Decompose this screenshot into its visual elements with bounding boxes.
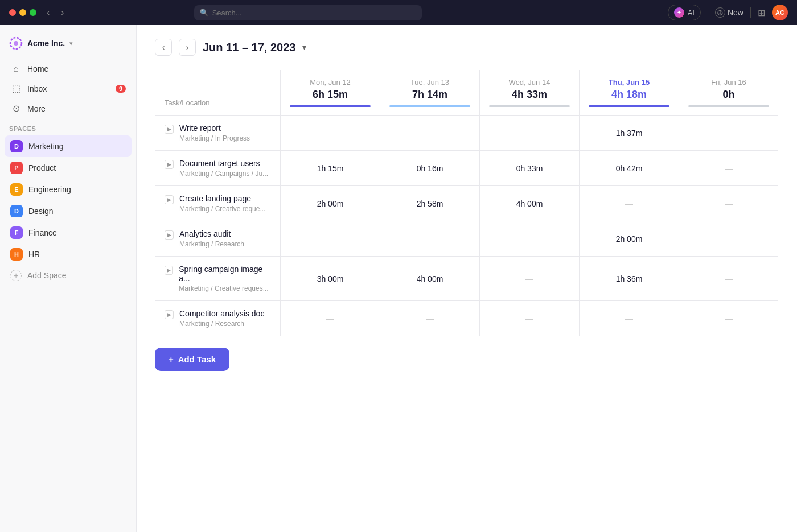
time-val-write-report-tue[interactable]: — (380, 116, 480, 151)
task-name-competitor-analysis: Competitor analysis doc (179, 309, 264, 318)
task-location-write-report: Marketing / In Progress (179, 134, 250, 142)
time-val-spring-campaign-fri[interactable]: — (679, 257, 779, 301)
time-val-document-target-users-wed: 0h 33m (480, 151, 580, 186)
task-expand-document-target-users[interactable]: ▶ (165, 160, 174, 169)
maximize-dot[interactable] (30, 9, 36, 16)
time-val-competitor-analysis-mon[interactable]: — (281, 301, 380, 336)
sidebar-item-more[interactable]: ⊙ More (5, 98, 132, 118)
time-val-document-target-users-tue: 0h 16m (380, 151, 480, 186)
add-task-icon: + (169, 354, 174, 364)
forward-button[interactable]: › (57, 6, 67, 19)
company-header[interactable]: Acme Inc. ▾ (0, 32, 136, 59)
time-val-document-target-users-mon: 1h 15m (281, 151, 380, 186)
ai-button[interactable]: ✦ AI (668, 5, 701, 20)
space-label-product: Product (28, 163, 56, 172)
next-week-button[interactable]: › (179, 39, 196, 56)
time-val-competitor-analysis-fri[interactable]: — (679, 301, 779, 336)
time-dash: — (326, 234, 334, 244)
inbox-icon: ⬚ (10, 83, 22, 94)
task-expand-write-report[interactable]: ▶ (165, 125, 174, 134)
task-expand-analytics-audit[interactable]: ▶ (165, 230, 174, 240)
topbar: ‹ › 🔍 ✦ AI ⊕ New ⊞ AC (0, 0, 797, 25)
time-val-document-target-users-fri[interactable]: — (679, 151, 779, 186)
space-item-hr[interactable]: H HR (5, 244, 132, 265)
time-val-analytics-audit-mon[interactable]: — (281, 221, 380, 257)
space-item-product[interactable]: P Product (5, 157, 132, 179)
task-cell-create-landing-page: ▶ Create landing page Marketing / Creati… (155, 186, 281, 221)
task-expand-competitor-analysis[interactable]: ▶ (165, 310, 174, 319)
time-dash: — (426, 234, 434, 244)
time-val-spring-campaign-mon: 3h 00m (281, 257, 380, 301)
table-row: ▶ Spring campaign image a... Marketing /… (155, 257, 779, 301)
time-val-competitor-analysis-wed[interactable]: — (480, 301, 580, 336)
sidebar-nav: ⌂ Home ⬚ Inbox 9 ⊙ More (0, 59, 136, 118)
time-val-analytics-audit-tue[interactable]: — (380, 221, 480, 257)
task-expand-spring-campaign[interactable]: ▶ (165, 266, 173, 275)
topbar-right: ✦ AI ⊕ New ⊞ AC (668, 5, 788, 20)
prev-week-button[interactable]: ‹ (155, 39, 172, 56)
today-indicator (589, 105, 669, 107)
space-item-marketing[interactable]: D Marketing (5, 135, 132, 157)
time-dash: — (625, 199, 633, 208)
main-layout: Acme Inc. ▾ ⌂ Home ⬚ Inbox 9 ⊙ More Spac… (0, 25, 797, 532)
company-chevron-icon: ▾ (69, 40, 73, 47)
time-dash: — (525, 129, 533, 138)
sidebar-item-home[interactable]: ⌂ Home (5, 59, 132, 79)
time-val-create-landing-page-thu[interactable]: — (580, 186, 679, 221)
col-header-mon: Mon, Jun 12 6h 15m (281, 70, 380, 116)
sidebar-item-inbox[interactable]: ⬚ Inbox 9 (5, 79, 132, 98)
time-val-write-report-fri[interactable]: — (679, 116, 779, 151)
col-bar-mon (290, 105, 371, 107)
task-expand-create-landing-page[interactable]: ▶ (165, 195, 174, 204)
new-label: New (728, 8, 743, 17)
time-dash: — (725, 129, 733, 138)
date-range-chevron-icon[interactable]: ▾ (302, 43, 306, 52)
time-val-write-report-wed[interactable]: — (480, 116, 580, 151)
back-button[interactable]: ‹ (43, 6, 53, 19)
ai-icon: ✦ (674, 7, 684, 18)
search-icon: 🔍 (200, 9, 208, 17)
time-dash: — (725, 314, 733, 323)
time-dash: — (426, 129, 434, 138)
divider2 (750, 7, 751, 18)
new-button[interactable]: ⊕ New (715, 7, 743, 18)
time-val-analytics-audit-fri[interactable]: — (679, 221, 779, 257)
space-item-design[interactable]: D Design (5, 200, 132, 222)
add-task-button[interactable]: + Add Task (155, 348, 229, 371)
window-controls (9, 9, 36, 16)
grid-icon[interactable]: ⊞ (758, 7, 765, 18)
task-location-competitor-analysis: Marketing / Research (179, 320, 264, 328)
space-item-finance[interactable]: F Finance (5, 222, 132, 244)
time-val-competitor-analysis-thu[interactable]: — (580, 301, 679, 336)
close-dot[interactable] (9, 9, 16, 16)
inbox-badge: 9 (116, 85, 126, 93)
time-dash: — (725, 234, 733, 244)
add-space-button[interactable]: + Add Space (5, 265, 132, 286)
space-item-engineering[interactable]: E Engineering (5, 179, 132, 200)
time-val-competitor-analysis-tue[interactable]: — (380, 301, 480, 336)
time-dash: — (426, 314, 434, 323)
avatar[interactable]: AC (772, 5, 788, 20)
time-dash: — (625, 314, 633, 323)
task-cell-analytics-audit: ▶ Analytics audit Marketing / Research (155, 221, 281, 257)
time-val-create-landing-page-wed: 4h 00m (480, 186, 580, 221)
table-row: ▶ Document target users Marketing / Camp… (155, 151, 779, 186)
minimize-dot[interactable] (19, 9, 26, 16)
date-nav: ‹ › Jun 11 – 17, 2023 ▾ (155, 39, 779, 56)
task-name-analytics-audit: Analytics audit (179, 229, 244, 238)
new-plus-icon: ⊕ (715, 7, 725, 18)
time-dash: — (326, 314, 334, 323)
time-val-write-report-mon[interactable]: — (281, 116, 380, 151)
col-hours-mon: 6h 15m (290, 89, 371, 101)
task-cell-document-target-users: ▶ Document target users Marketing / Camp… (155, 151, 281, 186)
time-val-analytics-audit-wed[interactable]: — (480, 221, 580, 257)
spaces-title: Spaces (0, 118, 136, 135)
time-dash: — (525, 314, 533, 323)
time-table: Task/Location Mon, Jun 12 6h 15m Tue, Ju… (155, 69, 779, 336)
time-val-spring-campaign-wed[interactable]: — (480, 257, 580, 301)
time-val-spring-campaign-thu: 1h 36m (580, 257, 679, 301)
ai-label: AI (688, 9, 695, 17)
space-badge-hr: H (10, 248, 23, 261)
search-input[interactable] (194, 5, 422, 20)
time-val-create-landing-page-fri[interactable]: — (679, 186, 779, 221)
